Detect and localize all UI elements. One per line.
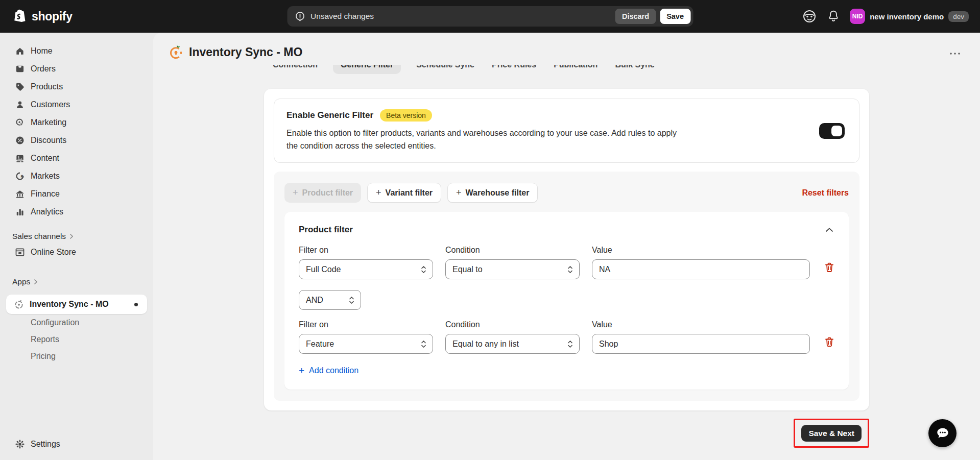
enable-generic-filter-description: Enable this option to filter products, v…: [286, 127, 690, 152]
assistant-icon[interactable]: [802, 9, 817, 24]
gear-icon: [15, 439, 25, 449]
chevron-right-icon: [34, 279, 38, 285]
shopify-bag-icon: [13, 9, 28, 24]
filter-on-select-1[interactable]: Full Code: [299, 259, 433, 279]
sidebar-item-customers[interactable]: Customers: [6, 96, 147, 113]
save-button[interactable]: Save: [660, 9, 690, 24]
plus-icon: +: [456, 187, 462, 198]
select-caret-icon: [421, 340, 426, 349]
orders-icon: [15, 64, 25, 74]
sidebar-item-home[interactable]: Home: [6, 43, 147, 59]
sales-channels-header[interactable]: Sales channels: [6, 229, 147, 244]
sidebar-item-analytics[interactable]: Analytics: [6, 204, 147, 220]
plus-icon: +: [299, 365, 304, 376]
delete-condition-1-button[interactable]: [823, 261, 835, 276]
env-badge: dev: [948, 11, 969, 22]
enable-generic-filter-toggle[interactable]: [819, 123, 845, 139]
chevron-up-icon: [825, 227, 833, 232]
products-tag-icon: [15, 82, 25, 92]
sidebar-item-inventory-sync-app[interactable]: Inventory Sync - MO: [6, 295, 147, 314]
apps-header[interactable]: Apps: [6, 274, 147, 289]
sidebar-item-content[interactable]: Content: [6, 150, 147, 166]
condition-row-1: Filter on Full Code Condition Equal to: [299, 246, 834, 279]
product-filter-card: Product filter Filter on Full Code: [284, 212, 849, 390]
value-label: Value: [592, 320, 810, 329]
delete-condition-2-button[interactable]: [823, 335, 835, 350]
content-icon: [15, 153, 25, 163]
collapse-button[interactable]: [824, 224, 834, 235]
beta-version-badge: Beta version: [380, 109, 432, 122]
shopify-wordmark: shopify: [32, 10, 73, 23]
condition-select-1[interactable]: Equal to: [445, 259, 580, 279]
add-warehouse-filter-button[interactable]: + Warehouse filter: [447, 183, 538, 203]
enable-generic-filter-title: Enable Generic Filter: [286, 110, 373, 120]
kebab-menu-button[interactable]: [947, 46, 963, 59]
svg-text:$: $: [20, 174, 23, 179]
sidebar-item-marketing[interactable]: Marketing: [6, 114, 147, 131]
tab-publication[interactable]: Publication: [552, 65, 600, 74]
markets-icon: $: [15, 171, 25, 181]
add-condition-link[interactable]: + Add condition: [299, 365, 834, 376]
reset-filters-link[interactable]: Reset filters: [802, 188, 849, 198]
operator-select[interactable]: AND: [299, 290, 361, 310]
generic-filter-card: Enable Generic Filter Beta version Enabl…: [264, 89, 869, 410]
filter-buttons-row: + Product filter + Variant filter + Ware…: [284, 183, 849, 203]
tab-generic-filter[interactable]: Generic Filter: [333, 65, 401, 74]
value-input-1[interactable]: [592, 259, 810, 279]
plus-icon: +: [376, 187, 381, 198]
operator-wrap: AND: [299, 290, 834, 310]
tab-connection[interactable]: Connection: [271, 65, 320, 74]
add-variant-filter-button[interactable]: + Variant filter: [367, 183, 441, 203]
tab-price-rules[interactable]: Price Rules: [490, 65, 538, 74]
avatar: NID: [850, 9, 865, 24]
sidebar-item-orders[interactable]: Orders: [6, 61, 147, 77]
tab-bulk-sync[interactable]: Bulk Sync: [613, 65, 656, 74]
active-app-dot: [134, 303, 138, 306]
sidebar-item-settings[interactable]: Settings: [6, 436, 147, 452]
tabs-strip-clipped: Connection Generic Filter Schedule Sync …: [271, 65, 980, 76]
condition-label: Condition: [445, 320, 580, 329]
sidebar-item-discounts[interactable]: Discounts: [6, 132, 147, 149]
plus-icon: +: [293, 187, 298, 198]
select-caret-icon: [567, 340, 573, 349]
value-label: Value: [592, 246, 810, 255]
sidebar-item-online-store[interactable]: Online Store: [6, 244, 147, 260]
sidebar-item-reports[interactable]: Reports: [6, 331, 147, 348]
tab-schedule-sync[interactable]: Schedule Sync: [414, 65, 476, 74]
filter-on-label: Filter on: [299, 320, 433, 329]
save-next-row: Save & Next: [264, 419, 869, 448]
unsaved-changes-text: Unsaved changes: [310, 12, 374, 21]
sidebar-item-pricing[interactable]: Pricing: [6, 348, 147, 365]
sidebar: Home Orders Products Customers Marketing…: [0, 33, 153, 460]
discard-button[interactable]: Discard: [615, 9, 656, 24]
shopify-logo[interactable]: shopify: [13, 9, 73, 24]
storefront-icon: [15, 247, 25, 257]
filter-on-label: Filter on: [299, 246, 433, 255]
analytics-icon: [15, 207, 25, 217]
sidebar-item-markets[interactable]: $ Markets: [6, 168, 147, 184]
sidebar-item-configuration[interactable]: Configuration: [6, 314, 147, 331]
chat-widget-button[interactable]: [928, 419, 957, 447]
kebab-menu-icon: [949, 52, 961, 55]
page-header: Inventory Sync - MO: [153, 33, 980, 64]
enable-generic-filter-section: Enable Generic Filter Beta version Enabl…: [274, 99, 859, 163]
chevron-right-icon: [69, 233, 74, 239]
app-logo-icon: [169, 45, 183, 60]
account-menu[interactable]: NID new inventory demo dev: [850, 9, 969, 24]
page-title: Inventory Sync - MO: [189, 45, 302, 59]
tabs-row: Connection Generic Filter Schedule Sync …: [271, 65, 657, 76]
save-and-next-button[interactable]: Save & Next: [801, 425, 862, 442]
sidebar-item-products[interactable]: Products: [6, 79, 147, 95]
condition-select-2[interactable]: Equal to any in list: [445, 334, 580, 354]
trash-icon: [824, 262, 834, 273]
sidebar-item-finance[interactable]: Finance: [6, 186, 147, 202]
filter-on-select-2[interactable]: Feature: [299, 334, 433, 354]
notifications-bell-icon[interactable]: [827, 10, 840, 23]
discounts-icon: [15, 135, 25, 146]
finance-bank-icon: [15, 189, 25, 199]
inventory-sync-app-icon: [14, 299, 24, 309]
main-content: Inventory Sync - MO Connection Generic F…: [153, 33, 980, 460]
product-filter-title: Product filter: [299, 225, 353, 235]
value-input-2[interactable]: [592, 334, 810, 354]
app-frame: Home Orders Products Customers Marketing…: [0, 33, 980, 460]
